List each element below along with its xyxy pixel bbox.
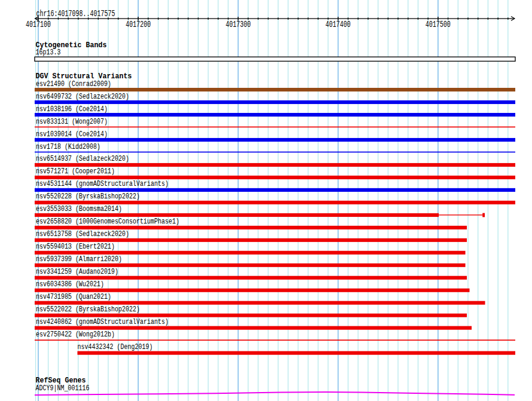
svg-text:esv3553033 (Boomsma2014): esv3553033 (Boomsma2014): [36, 205, 122, 213]
svg-text:nsv3341259 (Audano2019): nsv3341259 (Audano2019): [36, 268, 118, 276]
svg-text:nsv6513758 (Sedlazeck2020): nsv6513758 (Sedlazeck2020): [36, 230, 129, 238]
svg-text:nsv5520228 (ByrskaBishop2022): nsv5520228 (ByrskaBishop2022): [36, 192, 140, 201]
svg-text:nsv1038196 (Coe2014): nsv1038196 (Coe2014): [36, 105, 108, 114]
svg-text:esv21490 (Conrad2009): esv21490 (Conrad2009): [36, 80, 111, 88]
svg-text:4017400: 4017400: [326, 20, 351, 29]
svg-text:nsv4240862 (gnomADStructuralVa: nsv4240862 (gnomADStructuralVariants): [36, 318, 169, 326]
svg-text:4017500: 4017500: [426, 20, 451, 29]
svg-text:nsv571271 (Cooper2011): nsv571271 (Cooper2011): [36, 167, 115, 176]
svg-text:chr16:4017098..4017575: chr16:4017098..4017575: [36, 9, 115, 19]
svg-text:nsv5522022 (ByrskaBishop2022): nsv5522022 (ByrskaBishop2022): [36, 305, 140, 314]
svg-text:nsv4731985 (Quan2021): nsv4731985 (Quan2021): [36, 293, 111, 301]
svg-text:esv2658820 (1000GenomesConsort: esv2658820 (1000GenomesConsortiumPhase1): [36, 218, 179, 226]
svg-text:nsv6499732 (Sedlazeck2020): nsv6499732 (Sedlazeck2020): [36, 93, 129, 101]
svg-text:nsv833131 (Wong2007): nsv833131 (Wong2007): [36, 118, 108, 126]
svg-text:4017300: 4017300: [225, 20, 250, 29]
svg-text:esv2750422 (Wong2012b): esv2750422 (Wong2012b): [36, 330, 115, 339]
svg-text:4017100: 4017100: [26, 20, 51, 29]
svg-text:nsv6034386 (Wu2021): nsv6034386 (Wu2021): [36, 280, 104, 289]
svg-text:nsv6514937 (Sedlazeck2020): nsv6514937 (Sedlazeck2020): [36, 155, 129, 163]
svg-text:nsv4531144 (gnomADStructuralVa: nsv4531144 (gnomADStructuralVariants): [36, 180, 169, 188]
svg-text:ADCY9|NM_001116: ADCY9|NM_001116: [36, 384, 90, 393]
svg-text:nsv4432342 (Deng2019): nsv4432342 (Deng2019): [78, 343, 153, 351]
svg-text:nsv5937399 (Almarri2020): nsv5937399 (Almarri2020): [36, 255, 122, 264]
svg-text:nsv1718 (Kidd2008): nsv1718 (Kidd2008): [36, 143, 100, 151]
svg-text:4017200: 4017200: [126, 20, 151, 29]
svg-text:16p13.3: 16p13.3: [36, 48, 61, 57]
svg-text:nsv5594013 (Ebert2021): nsv5594013 (Ebert2021): [36, 243, 115, 251]
svg-text:nsv1039014 (Coe2014): nsv1039014 (Coe2014): [36, 130, 108, 139]
